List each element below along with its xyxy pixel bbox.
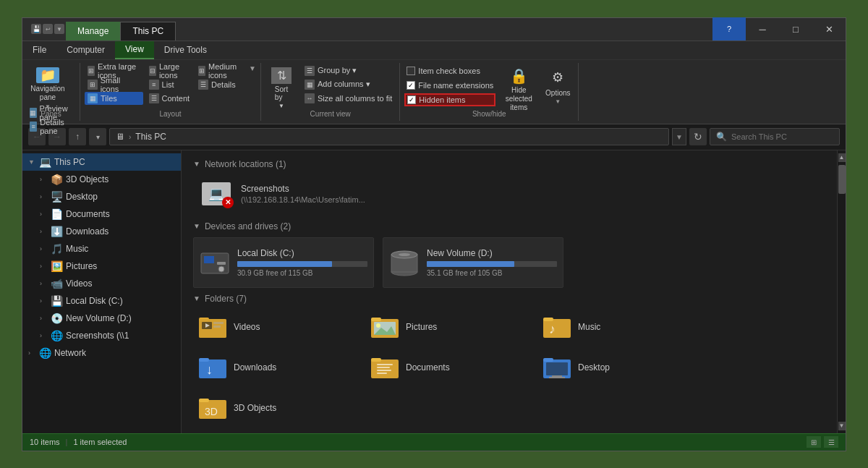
details-btn[interactable]: ☰ Details	[195, 78, 246, 91]
maximize-btn[interactable]: □	[779, 17, 812, 41]
chevron-videos: ›	[40, 280, 47, 287]
folder-music-icon: ♪	[543, 314, 572, 340]
scrollbar[interactable]: ▲ ▼	[837, 150, 846, 433]
recent-btn[interactable]: ▾	[89, 128, 106, 145]
tab-manage[interactable]: Manage	[66, 22, 120, 41]
sidebar-item-local-disk[interactable]: › 💾 Local Disk (C:)	[22, 292, 181, 310]
scroll-thumb[interactable]	[838, 165, 846, 194]
folder-desktop[interactable]: Desktop	[537, 350, 704, 385]
tab-view[interactable]: View	[115, 41, 154, 59]
size-all-btn[interactable]: ↔ Size all columns to fit	[302, 92, 395, 105]
tab-this-pc[interactable]: This PC	[120, 22, 176, 41]
qs-dropdown[interactable]: ▼	[54, 24, 64, 34]
tab-file[interactable]: File	[22, 41, 56, 59]
search-input[interactable]	[731, 132, 833, 141]
scroll-up-btn[interactable]: ▲	[838, 153, 846, 162]
list-icon: ≡	[149, 80, 159, 90]
list-btn[interactable]: ≡ List	[146, 78, 193, 91]
sidebar-item-videos[interactable]: › 📹 Videos	[22, 275, 181, 292]
nav-pane-label: Navigationpane	[30, 85, 64, 102]
folder-videos[interactable]: Videos	[193, 310, 359, 344]
new-volume-card[interactable]: New Volume (D:) 35.1 GB free of 105 GB	[383, 237, 563, 288]
group-by-btn[interactable]: ☰ Group by ▾	[302, 64, 395, 77]
sort-btn[interactable]: ⇅ Sortby ▼	[265, 64, 297, 109]
layout-expand-btn[interactable]: ▼	[249, 64, 256, 72]
tab-drive-tools[interactable]: Drive Tools	[154, 41, 217, 59]
folder-pictures-icon	[371, 314, 400, 340]
statusbar: 10 items | 1 item selected ⊞ ☰	[22, 433, 846, 451]
hidden-items-row[interactable]: ✓ Hidden items	[404, 93, 495, 106]
qs-undo[interactable]: ↩	[43, 24, 53, 34]
large-icons-btn[interactable]: ⊟ Large icons	[146, 64, 193, 77]
local-disk-name: Local Disk (C:)	[237, 248, 367, 258]
local-disk-card[interactable]: Local Disk (C:) 30.9 GB free of 115 GB	[193, 237, 374, 288]
svg-rect-24	[199, 358, 209, 362]
svg-rect-33	[543, 358, 553, 362]
ribbon-content: 📁 Navigationpane ▼ ▦ Preview pane ≡ Deta…	[22, 60, 846, 124]
small-icons-icon: ⊞	[88, 80, 98, 90]
screenshots-network-item[interactable]: 💻 ✕ Screenshots (\\192.168.18.14\Mac\Use…	[193, 175, 825, 213]
sidebar-item-this-pc[interactable]: ▼ 💻 This PC	[22, 153, 181, 171]
svg-rect-23	[199, 359, 226, 378]
medium-icons-btn[interactable]: ⊞ Medium icons	[195, 64, 246, 77]
devices-section-title: Devices and drives (2)	[205, 221, 291, 231]
sidebar-item-documents[interactable]: › 📄 Documents	[22, 205, 181, 223]
network-name: Screenshots	[241, 184, 365, 194]
folders-chevron: ▼	[193, 294, 200, 302]
sidebar-item-desktop[interactable]: › 🖥️ Desktop	[22, 188, 181, 205]
sidebar-item-screenshots[interactable]: › 🌐 Screenshots (\\1	[22, 327, 181, 344]
file-name-extensions-row[interactable]: ✓ File name extensions	[404, 79, 495, 92]
scroll-down-btn[interactable]: ▼	[838, 422, 846, 430]
sidebar-item-network[interactable]: › 🌐 Network	[22, 344, 181, 362]
folder-pictures-name: Pictures	[406, 322, 437, 332]
address-path[interactable]: 🖥 › This PC	[109, 128, 669, 145]
details-pane-btn[interactable]: ≡ Details pane	[27, 120, 75, 133]
local-disk-bar-fill	[237, 261, 332, 267]
folder-3d-objects[interactable]: 3D 3D Objects	[193, 391, 359, 425]
help-btn[interactable]: ?	[712, 17, 746, 41]
view-toggle-2[interactable]: ☰	[824, 436, 838, 448]
sidebar-item-downloads[interactable]: › ⬇️ Downloads	[22, 223, 181, 240]
file-name-extensions-checkbox[interactable]: ✓	[407, 81, 415, 90]
devices-section-header[interactable]: ▼ Devices and drives (2)	[193, 221, 825, 231]
folders-section-header[interactable]: ▼ Folders (7)	[193, 294, 825, 304]
hidden-items-checkbox[interactable]: ✓	[407, 95, 416, 104]
folder-documents-icon	[371, 354, 400, 380]
layout-right: ⊟ Large icons ≡ List ☰ Content	[146, 64, 193, 105]
add-columns-btn[interactable]: ▦ Add columns ▾	[302, 78, 395, 91]
folder-documents[interactable]: Documents	[365, 350, 532, 385]
content-btn[interactable]: ☰ Content	[146, 92, 193, 105]
folders-grid: Videos Pictures	[193, 310, 825, 425]
svg-rect-1	[204, 256, 214, 263]
sidebar-item-3d-objects[interactable]: › 📦 3D Objects	[22, 171, 181, 188]
refresh-btn[interactable]: ↻	[689, 128, 707, 145]
nav-pane-btn[interactable]: 📁 Navigationpane ▼	[27, 64, 69, 109]
new-volume-drive-icon	[389, 247, 420, 278]
svg-rect-29	[377, 367, 390, 368]
local-disk-bar-bg	[237, 261, 367, 267]
tiles-btn[interactable]: ▦ Tiles	[85, 92, 143, 105]
tab-computer[interactable]: Computer	[56, 41, 115, 59]
new-volume-size: 35.1 GB free of 105 GB	[427, 269, 557, 277]
network-section-header[interactable]: ▼ Network locations (1)	[193, 159, 825, 169]
folder-music[interactable]: ♪ Music	[537, 310, 704, 344]
svg-point-7	[399, 253, 410, 256]
hide-selected-btn[interactable]: 🔒 Hide selecteditems	[500, 64, 537, 109]
folder-pictures[interactable]: Pictures	[365, 310, 532, 344]
close-btn[interactable]: ✕	[812, 17, 846, 41]
sidebar-item-pictures[interactable]: › 🖼️ Pictures	[22, 258, 181, 275]
qs-save[interactable]: 💾	[31, 24, 41, 34]
sidebar-item-new-volume[interactable]: › 💿 New Volume (D:)	[22, 310, 181, 327]
show-hide-group: Item check boxes ✓ File name extensions …	[400, 63, 579, 121]
options-btn[interactable]: ⚙ Options ▼	[542, 64, 574, 109]
svg-point-18	[376, 323, 380, 328]
sidebar-item-music[interactable]: › 🎵 Music	[22, 240, 181, 258]
small-icons-btn[interactable]: ⊞ Small icons	[85, 78, 143, 91]
path-text: This PC	[135, 132, 166, 142]
address-dropdown[interactable]: ▼	[672, 128, 686, 145]
item-check-boxes-row[interactable]: Item check boxes	[404, 64, 495, 77]
folder-downloads[interactable]: ↓ Downloads	[193, 350, 359, 385]
view-toggle-1[interactable]: ⊞	[807, 436, 821, 448]
item-check-boxes-checkbox[interactable]	[407, 67, 415, 75]
minimize-btn[interactable]: ─	[746, 17, 779, 41]
